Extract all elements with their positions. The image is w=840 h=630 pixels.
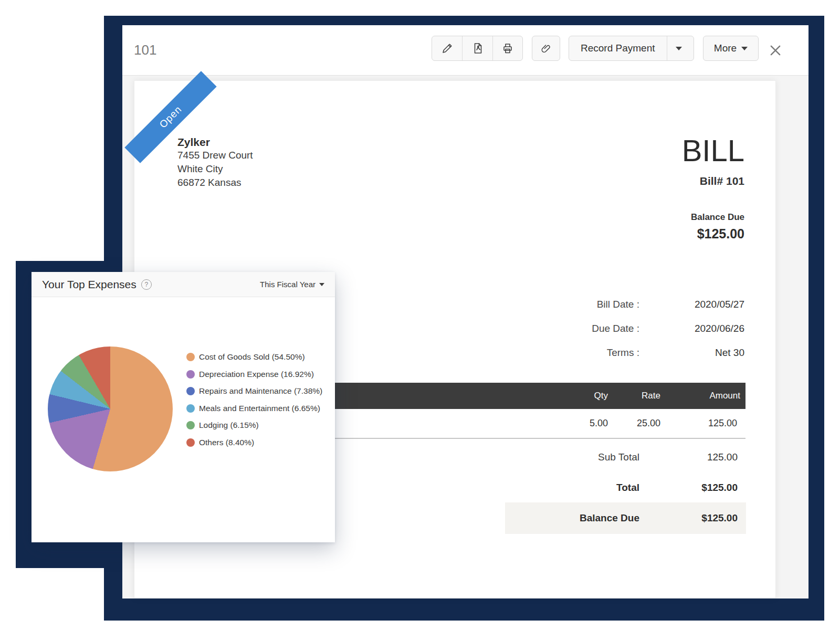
legend-label: Meals and Entertainment (6.65%) — [199, 404, 320, 413]
chevron-down-icon — [741, 47, 748, 50]
column-header-rate: Rate — [587, 383, 660, 409]
due-date-label: Due Date : — [481, 323, 639, 334]
period-selector[interactable]: This Fiscal Year — [260, 280, 324, 289]
legend-label: Others (8.40%) — [199, 438, 254, 447]
frame-card-bottom — [16, 542, 122, 568]
legend-swatch — [186, 438, 195, 447]
frame-top — [104, 16, 824, 25]
legend-item: Depreciation Expense (16.92%) — [186, 369, 322, 380]
top-expenses-card: Your Top Expenses ? This Fiscal Year Cos… — [32, 272, 335, 542]
total-label: Total — [481, 482, 639, 494]
close-icon — [768, 43, 783, 58]
due-date-value: 2020/06/26 — [639, 323, 746, 334]
total-value: $125.00 — [639, 482, 746, 494]
legend-item: Repairs and Maintenance (7.38%) — [186, 386, 322, 396]
legend-item: Meals and Entertainment (6.65%) — [186, 403, 322, 414]
vendor-address-line: 7455 Drew Court — [177, 149, 253, 162]
help-icon[interactable]: ? — [141, 279, 152, 290]
pdf-icon — [471, 42, 484, 55]
card-header: Your Top Expenses ? This Fiscal Year — [32, 272, 335, 297]
bill-date-row: Bill Date : 2020/05/27 — [481, 297, 746, 312]
legend-swatch — [186, 370, 195, 379]
edit-button[interactable] — [432, 36, 462, 60]
record-payment-label: Record Payment — [569, 43, 667, 54]
bill-date-value: 2020/05/27 — [639, 299, 746, 310]
legend-label: Cost of Goods Sold (54.50%) — [199, 352, 305, 362]
bill-date-label: Bill Date : — [481, 299, 639, 310]
period-selector-label: This Fiscal Year — [260, 280, 316, 289]
chevron-down-icon — [676, 47, 682, 50]
vendor-name: Zylker — [177, 136, 253, 149]
close-button[interactable] — [764, 40, 787, 61]
legend-label: Lodging (6.15%) — [199, 421, 259, 430]
record-payment-button[interactable]: Record Payment — [569, 36, 694, 61]
legend-item: Cost of Goods Sold (54.50%) — [186, 352, 322, 362]
toolbar: 101 Record Payment More — [122, 25, 808, 76]
vendor-address-line: White City — [177, 162, 253, 176]
legend-label: Depreciation Expense (16.92%) — [199, 370, 314, 379]
frame-left-lower — [104, 568, 122, 621]
record-payment-dropdown[interactable] — [667, 36, 691, 60]
balance-due-value: $125.00 — [682, 226, 744, 242]
item-amount: 125.00 — [664, 409, 737, 438]
legend-label: Repairs and Maintenance (7.38%) — [199, 386, 322, 396]
print-button[interactable] — [492, 36, 522, 60]
card-title: Your Top Expenses — [42, 278, 136, 291]
frame-right — [808, 16, 824, 621]
legend-swatch — [186, 421, 195, 429]
pdf-button[interactable] — [462, 36, 492, 60]
expenses-pie-chart — [48, 346, 173, 471]
vendor-address-line: 66872 Kansas — [177, 176, 253, 190]
item-rate: 25.00 — [587, 409, 660, 438]
more-button[interactable]: More — [703, 36, 759, 61]
legend-item: Others (8.40%) — [186, 437, 322, 448]
legend-swatch — [186, 404, 195, 413]
balance-due-row: Balance Due $125.00 — [505, 502, 746, 534]
terms-value: Net 30 — [639, 347, 746, 359]
document-type-title: BILL — [682, 135, 744, 166]
document-actions-group — [432, 36, 523, 61]
balance-due-label: Balance Due — [682, 212, 744, 223]
total-row: Total $125.00 — [481, 479, 746, 497]
legend-swatch — [186, 387, 195, 395]
frame-bottom — [122, 598, 824, 621]
legend-swatch — [186, 353, 195, 361]
pie-legend: Cost of Goods Sold (54.50%) Depreciation… — [186, 352, 322, 448]
balance-row-value: $125.00 — [639, 512, 746, 524]
paperclip-icon — [540, 43, 552, 54]
subtotal-label: Sub Total — [481, 452, 639, 463]
column-header-amount: Amount — [667, 383, 740, 409]
frame-card-left — [16, 261, 32, 568]
bill-title-block: BILL Bill# 101 Balance Due $125.00 — [682, 135, 744, 242]
printer-icon — [501, 42, 514, 55]
legend-item: Lodging (6.15%) — [186, 420, 322, 430]
subtotal-value: 125.00 — [639, 452, 746, 463]
frame-left-upper — [104, 16, 122, 272]
due-date-row: Due Date : 2020/06/26 — [481, 321, 746, 336]
balance-row-label: Balance Due — [505, 512, 639, 524]
pencil-icon — [441, 42, 454, 55]
vendor-address-block: Zylker 7455 Drew Court White City 66872 … — [177, 136, 253, 190]
chevron-down-icon — [319, 283, 324, 286]
bill-number-heading: 101 — [134, 25, 156, 75]
attach-file-button[interactable] — [532, 36, 560, 61]
terms-label: Terms : — [481, 347, 639, 359]
more-label: More — [714, 43, 737, 54]
frame-card-top — [16, 261, 122, 272]
terms-row: Terms : Net 30 — [481, 345, 746, 360]
page: 101 Record Payment More — [0, 0, 840, 630]
subtotal-row: Sub Total 125.00 — [481, 448, 746, 466]
bill-number: Bill# 101 — [682, 175, 744, 187]
